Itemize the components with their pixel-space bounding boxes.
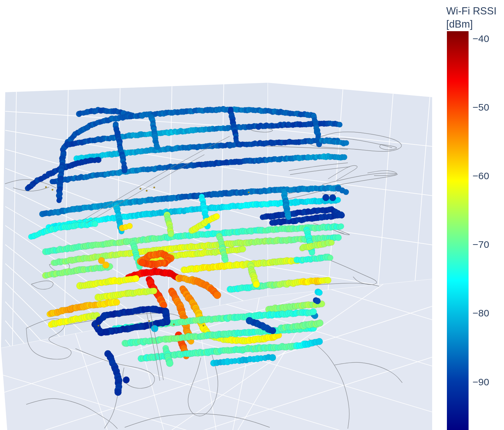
colorbar-tick-label: −40	[472, 33, 489, 44]
colorbar-ticks: −40−50−60−70−80−90	[0, 0, 504, 430]
colorbar-tick-label: −80	[472, 308, 489, 319]
plotly-3d-scatter-figure: Wi-Fi RSSI [dBm] −40−50−60−70−80−90	[0, 0, 504, 430]
colorbar-tick-label: −90	[472, 376, 489, 388]
colorbar-tick-label: −50	[472, 102, 489, 113]
colorbar-tick-label: −70	[472, 239, 489, 250]
colorbar-tick-label: −60	[472, 170, 489, 182]
